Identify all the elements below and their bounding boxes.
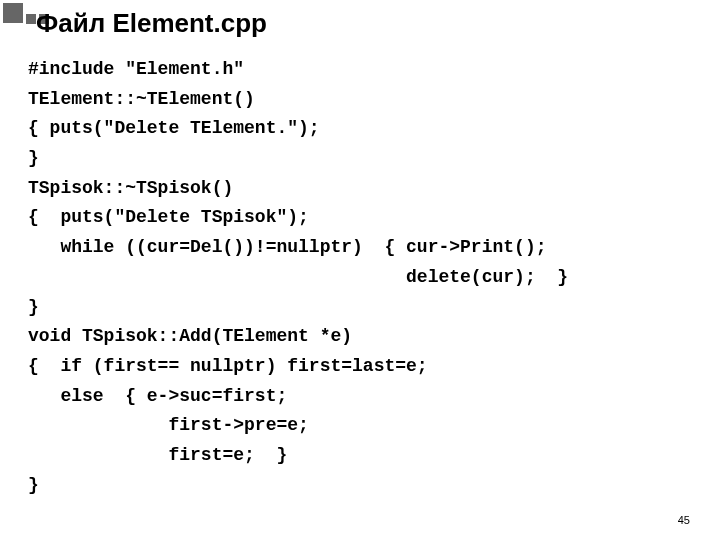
code-block: #include "Element.h" TElement::~TElement…: [28, 55, 700, 500]
square-icon: [26, 14, 36, 24]
square-icon: [3, 3, 23, 23]
page-title: Файл Element.cpp: [36, 8, 267, 39]
page-number: 45: [678, 514, 690, 526]
decorative-squares: [0, 0, 23, 23]
slide: Файл Element.cpp #include "Element.h" TE…: [0, 0, 720, 540]
